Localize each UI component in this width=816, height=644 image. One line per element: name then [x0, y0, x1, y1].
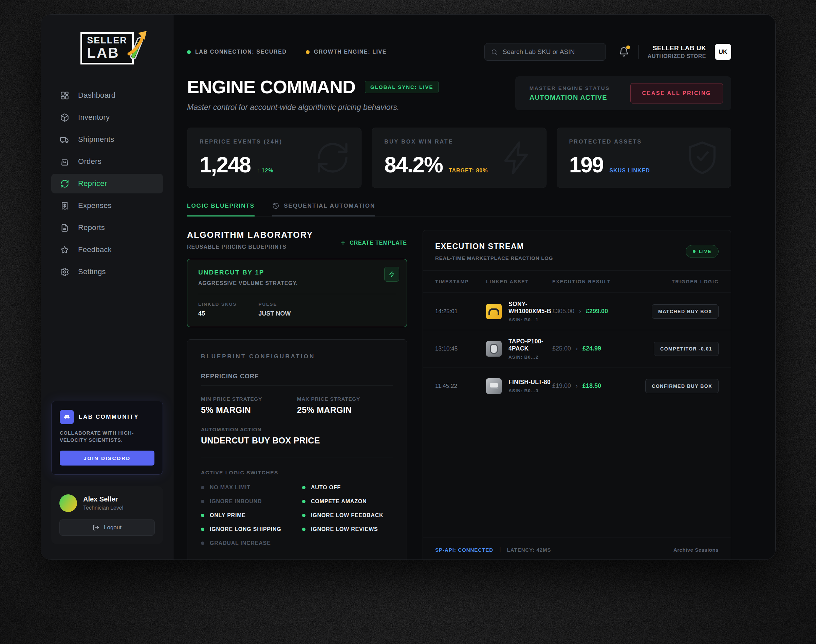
- shield-check-icon: [684, 140, 721, 176]
- test-tube-arrow-icon: [122, 28, 151, 66]
- create-template-button[interactable]: CREATE TEMPLATE: [340, 239, 407, 246]
- logic-switch-auto-off[interactable]: AUTO OFF: [302, 485, 393, 491]
- sidebar-item-label: Expenses: [78, 201, 112, 210]
- stat-card-value: 84.2%: [384, 152, 442, 178]
- config-divider-2: [201, 457, 393, 457]
- blueprint-card-undercut[interactable]: UNDERCUT BY 1P AGGRESSIVE VOLUME STRATEG…: [187, 259, 407, 327]
- sidebar-item-feedback[interactable]: Feedback: [51, 240, 163, 259]
- stream-subtitle: REAL-TIME MARKETPLACE REACTION LOG: [435, 255, 553, 261]
- logic-switch-ignore-long-shipping[interactable]: IGNORE LONG SHIPPING: [201, 526, 292, 532]
- asset-sku: TAPO-P100-4PACK: [509, 338, 552, 352]
- pulse-label: PULSE: [259, 302, 291, 307]
- price-arrow-icon: ›: [576, 382, 578, 389]
- logo-line-2: LAB: [87, 46, 127, 60]
- sidebar-item-inventory[interactable]: Inventory: [51, 107, 163, 127]
- store-info: SELLER LAB UK AUTHORIZED STORE: [648, 44, 706, 59]
- plus-icon: [340, 239, 346, 246]
- trigger-logic-badge: MATCHED BUY BOX: [652, 304, 719, 319]
- row-linked-asset: TAPO-P100-4PACKASIN: B0...2: [486, 338, 552, 360]
- asset-sku: SONY-WH1000XM5-B: [509, 301, 552, 315]
- asset-asin: ASIN: B0...1: [509, 317, 552, 322]
- join-discord-button[interactable]: JOIN DISCORD: [60, 451, 154, 466]
- profile-level: Technician Level: [83, 505, 123, 511]
- blueprint-divider: [198, 294, 396, 294]
- min-price-strategy-label: MIN PRICE STRATEGY: [201, 396, 297, 402]
- trigger-logic-badge: CONFIRMED BUY BOX: [645, 379, 719, 393]
- row-timestamp: 13:10:45: [435, 345, 486, 352]
- tab-label: SEQUENTIAL AUTOMATION: [284, 202, 375, 209]
- old-price: £19.00: [552, 382, 571, 389]
- stream-row[interactable]: 14:25:01SONY-WH1000XM5-BASIN: B0...1£305…: [423, 293, 731, 330]
- row-trigger-cell: CONFIRMED BUY BOX: [639, 379, 719, 393]
- switch-label: AUTO OFF: [311, 485, 341, 491]
- config-divider: [201, 385, 393, 386]
- star-icon: [60, 245, 69, 255]
- status-label: GROWTH ENGINE: LIVE: [314, 49, 387, 55]
- profile-card: Alex Seller Technician Level Logout: [51, 486, 163, 544]
- asset-text: SONY-WH1000XM5-BASIN: B0...1: [509, 301, 552, 322]
- row-timestamp: 14:25:01: [435, 308, 486, 315]
- logout-label: Logout: [104, 524, 121, 531]
- row-execution-result: £305.00›£299.00: [552, 308, 639, 315]
- create-template-label: CREATE TEMPLATE: [350, 240, 407, 246]
- header-divider: [638, 45, 639, 59]
- sidebar-item-shipments[interactable]: Shipments: [51, 130, 163, 149]
- live-status-pill: LIVE: [685, 245, 719, 258]
- logic-switch-ignore-low-reviews[interactable]: IGNORE LOW REVIEWS: [302, 526, 393, 532]
- logout-button[interactable]: Logout: [59, 520, 155, 536]
- execution-stream-panel: EXECUTION STREAM REAL-TIME MARKETPLACE R…: [423, 230, 731, 560]
- lab-section-title: ALGORITHM LABORATORY: [187, 230, 313, 240]
- old-price: £25.00: [552, 345, 571, 352]
- cease-all-pricing-button[interactable]: CEASE ALL PRICING: [630, 83, 723, 103]
- status-label: LAB CONNECTION: SECURED: [195, 49, 287, 55]
- global-sync-badge: GLOBAL SYNC: LIVE: [365, 81, 438, 93]
- sidebar-item-label: Feedback: [78, 245, 112, 254]
- status-dot-icon: [306, 50, 310, 54]
- sidebar-item-repricer[interactable]: Repricer: [51, 174, 163, 193]
- connection-status-0: LAB CONNECTION: SECURED: [187, 49, 287, 55]
- truck-icon: [60, 135, 69, 144]
- box-icon: [60, 113, 69, 122]
- app-window: SELLER LAB DashboardInventoryShipmentsOr…: [41, 14, 776, 560]
- search-box[interactable]: [484, 43, 606, 61]
- search-input[interactable]: [503, 48, 599, 56]
- row-execution-result: £25.00›£24.99: [552, 345, 639, 352]
- asset-asin: ASIN: B0...2: [509, 354, 552, 360]
- notifications-bell-icon[interactable]: [618, 46, 630, 58]
- archive-sessions-link[interactable]: Archive Sessions: [673, 547, 719, 553]
- sidebar-item-settings[interactable]: Settings: [51, 262, 163, 282]
- master-status-label: MASTER ENGINE STATUS: [530, 85, 610, 91]
- sidebar-item-label: Inventory: [78, 113, 110, 122]
- logic-switch-only-prime[interactable]: ONLY PRIME: [201, 512, 292, 518]
- switch-label: IGNORE INBOUND: [210, 498, 262, 504]
- stream-row[interactable]: 11:45:22FINISH-ULT-80ASIN: B0...3£19.00›…: [423, 367, 731, 405]
- sidebar-item-orders[interactable]: Orders: [51, 152, 163, 171]
- logic-switch-gradual-increase[interactable]: GRADUAL INCREASE: [201, 540, 292, 546]
- linked-skus-value: 45: [198, 310, 237, 317]
- store-subtitle: AUTHORIZED STORE: [648, 53, 706, 59]
- row-trigger-cell: COMPETITOR -0.01: [639, 342, 719, 356]
- max-price-strategy-value: 25% MARGIN: [297, 405, 393, 415]
- price-arrow-icon: ›: [579, 308, 581, 315]
- blueprint-bolt-button[interactable]: [384, 267, 399, 282]
- sidebar-item-label: Settings: [78, 267, 106, 276]
- price-arrow-icon: ›: [576, 345, 578, 352]
- store-name: SELLER LAB UK: [648, 44, 706, 52]
- page-subtitle: Master control for account-wide algorith…: [187, 103, 438, 112]
- latency-value: LATENCY: 42MS: [507, 547, 551, 553]
- stream-empty-space: [423, 405, 731, 537]
- tab-logic-blueprints[interactable]: LOGIC BLUEPRINTS: [187, 202, 255, 216]
- stream-row[interactable]: 13:10:45TAPO-P100-4PACKASIN: B0...2£25.0…: [423, 330, 731, 367]
- logic-switch-ignore-low-feedback[interactable]: IGNORE LOW FEEDBACK: [302, 512, 393, 518]
- sidebar-item-expenses[interactable]: Expenses: [51, 196, 163, 215]
- logic-switch-no-max-limit[interactable]: NO MAX LIMIT: [201, 485, 292, 491]
- logic-switch-compete-amazon[interactable]: COMPETE AMAZON: [302, 498, 393, 504]
- store-region-badge[interactable]: UK: [715, 44, 731, 60]
- logic-switch-ignore-inbound[interactable]: IGNORE INBOUND: [201, 498, 292, 504]
- max-price-strategy-label: MAX PRICE STRATEGY: [297, 396, 393, 402]
- sidebar-item-dashboard[interactable]: Dashboard: [51, 86, 163, 105]
- sidebar-item-reports[interactable]: Reports: [51, 218, 163, 238]
- automation-action-value: UNDERCUT BUY BOX PRICE: [201, 435, 393, 446]
- tab-sequential-automation[interactable]: SEQUENTIAL AUTOMATION: [272, 202, 375, 216]
- switch-state-dot: [302, 514, 306, 517]
